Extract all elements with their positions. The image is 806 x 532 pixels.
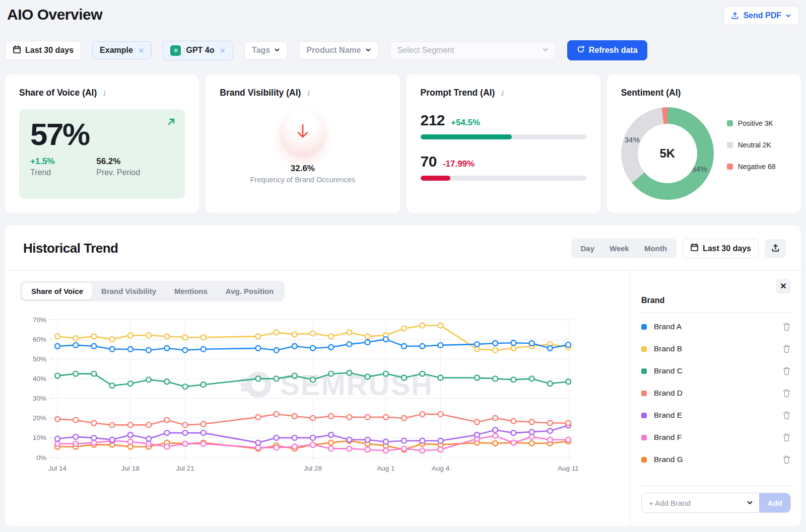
- add-brand-button[interactable]: Add: [759, 493, 790, 512]
- svg-text:60%: 60%: [33, 336, 46, 343]
- info-icon[interactable]: i: [499, 89, 505, 98]
- legend-label: Negative 68: [738, 163, 776, 171]
- svg-text:40%: 40%: [33, 375, 46, 383]
- tab-mentions[interactable]: Mentions: [165, 283, 217, 299]
- visibility-down-indicator: [280, 109, 326, 156]
- divider: [641, 312, 791, 313]
- select-segment-dropdown[interactable]: Select Segment: [390, 41, 556, 59]
- close-panel-button[interactable]: ✕: [776, 279, 791, 294]
- tab-brand-visibility[interactable]: Brand Visibility: [92, 283, 165, 299]
- brand-color-swatch: [641, 413, 647, 418]
- prompt-change: -17.99%: [443, 159, 475, 169]
- brand-color-swatch: [641, 324, 647, 330]
- trash-icon[interactable]: [782, 322, 791, 331]
- progress-bar: [421, 134, 586, 139]
- svg-text:10%: 10%: [33, 434, 46, 441]
- tab-share-of-voice[interactable]: Share of Voice: [22, 283, 92, 299]
- trash-icon[interactable]: [782, 344, 791, 353]
- line-chart-container: SEMRUSH 0%10%20%30%40%50%60%70%Jul 14Jul…: [20, 313, 630, 477]
- trend-date-range-button[interactable]: Last 30 days: [683, 239, 759, 258]
- chart-area: Share of VoiceBrand VisibilityMentionsAv…: [5, 271, 630, 526]
- donut-center: 5K: [638, 124, 697, 183]
- brand-visibility-value: 32.6%: [220, 164, 385, 174]
- legend-item: Positive 3K: [727, 119, 787, 127]
- brand-name: Brand D: [654, 389, 782, 398]
- filter-chip-gpt4o[interactable]: ✳ GPT 4o ✕: [163, 41, 233, 60]
- date-range-button[interactable]: Last 30 days: [5, 41, 81, 60]
- remove-chip-icon[interactable]: ✕: [138, 47, 145, 54]
- trash-icon[interactable]: [782, 433, 791, 442]
- prompt-trend-rows: 212+54.5%70-17.99%: [421, 112, 586, 181]
- brand-visibility-caption: Frequency of Brand Occurences: [220, 176, 385, 184]
- brand-color-swatch: [641, 368, 647, 374]
- trash-icon[interactable]: [782, 389, 791, 398]
- trash-icon[interactable]: [782, 366, 791, 375]
- brand-name: Brand E: [654, 411, 782, 420]
- export-button[interactable]: [765, 239, 786, 258]
- svg-text:70%: 70%: [33, 316, 46, 324]
- card-title: Sentiment (AI): [621, 88, 681, 98]
- brand-name: Brand G: [654, 455, 782, 464]
- granularity-week[interactable]: Week: [602, 241, 637, 256]
- donut-neutral-label: 34%: [625, 135, 640, 144]
- share-of-voice-line-chart: 0%10%20%30%40%50%60%70%Jul 14Jul 18Jul 2…: [20, 313, 580, 477]
- sentiment-card: Sentiment (AI) 34% 64% 5K Positive 3KNeu…: [607, 74, 801, 213]
- svg-text:Jul 21: Jul 21: [176, 465, 194, 472]
- chevron-down-icon: [542, 46, 549, 55]
- remove-chip-icon[interactable]: ✕: [219, 47, 226, 54]
- info-icon[interactable]: i: [101, 89, 107, 98]
- legend-swatch: [727, 164, 733, 170]
- upload-icon: [771, 244, 780, 254]
- openai-logo-icon: ✳: [170, 45, 181, 56]
- svg-text:Jul 28: Jul 28: [304, 465, 322, 472]
- legend-swatch: [727, 142, 733, 148]
- svg-text:30%: 30%: [33, 395, 46, 402]
- kpi-row: Share of Voice (AI) i 57% +1.5% Trend 56…: [5, 74, 801, 213]
- granularity-day[interactable]: Day: [573, 241, 602, 256]
- chevron-down-icon: [747, 499, 753, 507]
- add-brand-placeholder: + Add Brand: [649, 499, 691, 507]
- tags-dropdown[interactable]: Tags: [244, 41, 288, 59]
- svg-text:Aug 4: Aug 4: [432, 465, 450, 472]
- share-of-voice-highlight: 57% +1.5% Trend 56.2% Prev. Period: [19, 109, 185, 199]
- svg-text:Aug 11: Aug 11: [558, 465, 579, 472]
- calendar-icon: [13, 45, 21, 56]
- brand-name: Brand F: [654, 433, 782, 442]
- share-of-voice-card: Share of Voice (AI) i 57% +1.5% Trend 56…: [5, 74, 199, 213]
- progress-fill: [421, 134, 512, 139]
- progress-bar: [421, 176, 586, 181]
- date-range-label: Last 30 days: [25, 46, 74, 55]
- card-title: Prompt Trend (AI): [421, 88, 495, 98]
- svg-text:Jul 14: Jul 14: [48, 465, 67, 472]
- svg-text:50%: 50%: [33, 355, 46, 363]
- filter-chip-example[interactable]: Example ✕: [92, 41, 152, 59]
- brand-row: Brand A: [641, 316, 791, 338]
- add-brand-section: + Add Brand Add: [641, 479, 791, 526]
- add-brand-select[interactable]: + Add Brand: [642, 493, 759, 512]
- trend-up-arrow-icon: [167, 117, 176, 128]
- divider: [641, 486, 791, 486]
- brand-row: Brand G: [641, 448, 791, 471]
- svg-text:20%: 20%: [33, 414, 46, 422]
- historical-trend-card: Historical Trend DayWeekMonth Last 30 da…: [5, 225, 801, 526]
- trash-icon[interactable]: [782, 411, 791, 420]
- trash-icon[interactable]: [782, 455, 791, 464]
- refresh-data-button[interactable]: Refresh data: [567, 40, 647, 60]
- granularity-month[interactable]: Month: [637, 241, 675, 256]
- legend-swatch: [727, 120, 733, 126]
- brand-name: Brand B: [654, 344, 782, 353]
- info-icon[interactable]: i: [305, 89, 311, 98]
- tags-label: Tags: [252, 46, 270, 55]
- brand-panel-title: Brand: [641, 296, 791, 305]
- svg-text:0%: 0%: [36, 454, 46, 462]
- trend-value: +1.5%: [30, 157, 96, 167]
- brand-list: Brand ABrand BBrand CBrand DBrand EBrand…: [641, 316, 791, 471]
- card-title: Share of Voice (AI): [19, 88, 97, 98]
- product-name-dropdown[interactable]: Product Name: [299, 41, 378, 59]
- refresh-label: Refresh data: [589, 46, 638, 55]
- page-title: AIO Overview: [7, 6, 102, 23]
- tab-avg-position[interactable]: Avg. Position: [217, 283, 283, 299]
- brand-row: Brand B: [641, 338, 791, 360]
- send-pdf-button[interactable]: Send PDF: [723, 6, 799, 25]
- prev-period-value: 56.2%: [96, 157, 140, 167]
